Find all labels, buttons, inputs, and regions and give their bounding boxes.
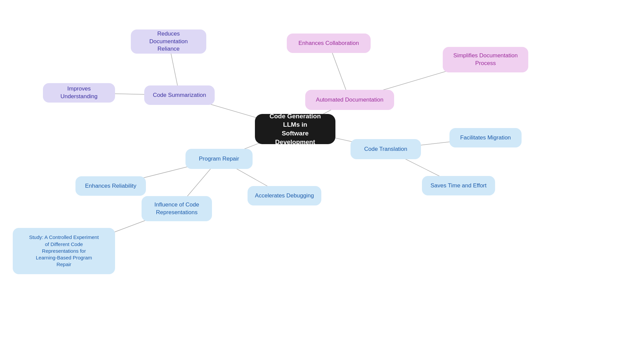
code-translation-node: Code Translation bbox=[351, 139, 421, 159]
enhances-reliability-node: Enhances Reliability bbox=[75, 176, 146, 196]
simplifies-doc-node: Simplifies Documentation Process bbox=[443, 47, 528, 72]
code-summarization-node: Code Summarization bbox=[144, 85, 215, 105]
accelerates-debugging-node: Accelerates Debugging bbox=[248, 186, 321, 205]
saves-time-node: Saves Time and Effort bbox=[422, 176, 495, 195]
automated-doc-node: Automated Documentation bbox=[305, 90, 394, 110]
influence-code-node: Influence of Code Representations bbox=[142, 196, 212, 221]
improves-understanding-node: Improves Understanding bbox=[43, 83, 115, 103]
center-node: Code Generation LLMs in Software Develop… bbox=[255, 114, 335, 144]
reduces-doc-node: Reduces Documentation Reliance bbox=[131, 29, 206, 54]
facilitates-migration-node: Facilitates Migration bbox=[449, 128, 522, 147]
program-repair-node: Program Repair bbox=[185, 149, 253, 169]
study-node: Study: A Controlled Experiment of Differ… bbox=[13, 228, 115, 274]
enhances-collab-node: Enhances Collaboration bbox=[287, 34, 371, 53]
